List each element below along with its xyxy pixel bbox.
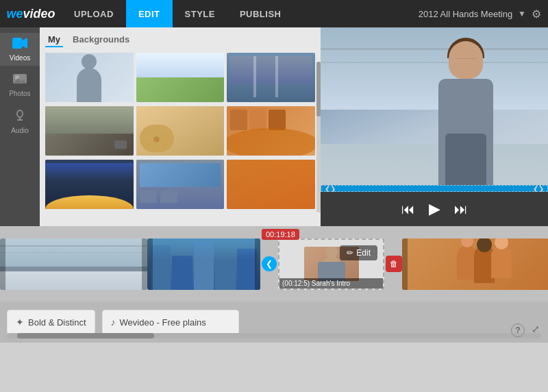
sidebar-item-audio[interactable]: Audio: [0, 104, 40, 138]
nav-publish[interactable]: PUBLISH: [227, 0, 294, 27]
media-thumb-2[interactable]: [136, 53, 225, 102]
playback-controls: ⏮ ▶ ⏭: [321, 192, 548, 226]
music-label: Wevideo - Free plains: [120, 317, 206, 328]
person-head: [449, 41, 483, 79]
person-suit: [445, 134, 486, 185]
fullscreen-button[interactable]: ⤢: [532, 323, 540, 337]
help-button[interactable]: ?: [511, 323, 525, 337]
style-tag-icon: ✦: [16, 317, 24, 328]
delete-icon: 🗑: [390, 259, 398, 269]
media-thumb-9[interactable]: [227, 160, 315, 209]
preview-person: [425, 34, 507, 185]
nav-left-icon: ❮: [266, 259, 273, 269]
timeline-clip-bridge[interactable]: [0, 238, 147, 290]
sidebar-item-videos[interactable]: Videos: [0, 33, 40, 66]
logo-text: wevideo: [6, 7, 55, 21]
filmstrip-left-4: [402, 238, 408, 290]
selection-indicator: ❮❯ ❮❯: [321, 185, 548, 192]
timeline-area: 00:19:18: [0, 226, 548, 302]
videos-icon: [12, 37, 27, 53]
bottom-bar: ✦ Bold & Distinct ♪ Wevideo - Free plain…: [0, 302, 548, 343]
media-panel: My Backgrounds: [40, 27, 321, 226]
media-thumb-3[interactable]: [227, 53, 315, 102]
filmstrip-right-2: [255, 238, 260, 290]
svg-point-3: [15, 75, 19, 79]
media-tabs: My Backgrounds: [45, 33, 315, 47]
timestamp-bubble: 00:19:18: [262, 229, 299, 240]
clip-label-sarah: (00:12:5) Sarah's Intro: [279, 278, 383, 289]
skip-back-button[interactable]: ⏮: [401, 202, 415, 216]
timeline-clip-people[interactable]: [402, 238, 548, 290]
svg-marker-1: [22, 38, 27, 49]
audio-label: Audio: [11, 127, 29, 134]
nav-upload[interactable]: UPLOAD: [62, 0, 126, 27]
main-area: Videos Photos Audio My Backgrounds: [0, 27, 548, 226]
photos-icon: [12, 73, 27, 88]
nav-style[interactable]: STYLE: [173, 0, 227, 27]
logo[interactable]: wevideo: [0, 0, 62, 27]
media-thumb-1[interactable]: [45, 53, 134, 102]
svg-point-5: [17, 110, 23, 117]
filmstrip-left-2: [147, 238, 153, 290]
photos-label: Photos: [9, 90, 30, 97]
bottom-right-icons: ? ⤢: [511, 323, 540, 337]
filmstrip-right-1: [142, 238, 147, 290]
pencil-icon: ✏: [347, 248, 353, 258]
timeline-clip-buildings[interactable]: [147, 238, 260, 290]
svg-rect-0: [12, 38, 22, 49]
video-preview: [321, 27, 548, 185]
edit-button[interactable]: ✏ Edit: [340, 245, 377, 260]
nav-items: UPLOAD EDIT STYLE PUBLISH: [62, 0, 293, 27]
nav-right-section: 2012 All Hands Meeting ▼ ⚙: [419, 8, 541, 21]
videos-label: Videos: [10, 54, 30, 62]
media-thumb-6[interactable]: [227, 106, 315, 156]
media-thumb-4[interactable]: [45, 106, 134, 156]
person-body: [438, 79, 493, 185]
media-thumb-5[interactable]: ●: [136, 106, 225, 156]
sidebar-item-photos[interactable]: Photos: [0, 69, 40, 101]
filmstrip-left-1: [0, 238, 5, 290]
timeline-clip-sarah[interactable]: ✏ Edit (00:12:5) Sarah's Intro 🗑: [278, 238, 384, 290]
preview-panel: ❮❯ ❮❯ ⏮ ▶ ⏭: [321, 27, 548, 226]
media-thumb-8[interactable]: [136, 160, 225, 209]
play-button[interactable]: ▶: [429, 201, 440, 217]
skip-forward-button[interactable]: ⏭: [454, 202, 468, 216]
settings-icon[interactable]: ⚙: [532, 8, 541, 21]
timeline-nav-left[interactable]: ❮: [262, 256, 277, 271]
tab-my[interactable]: My: [45, 33, 63, 47]
audio-icon: [14, 108, 26, 125]
timeline-scrollbar[interactable]: [7, 333, 541, 339]
left-sidebar: Videos Photos Audio: [0, 27, 40, 226]
tab-backgrounds[interactable]: Backgrounds: [70, 33, 132, 47]
media-thumb-7[interactable]: [45, 160, 134, 209]
style-label: Bold & Distinct: [28, 317, 86, 328]
music-tag[interactable]: ♪ Wevideo - Free plains: [102, 310, 239, 334]
media-grid: ●: [45, 53, 315, 210]
project-title: 2012 All Hands Meeting: [419, 9, 512, 19]
delete-button[interactable]: 🗑: [386, 256, 402, 272]
top-navigation: wevideo UPLOAD EDIT STYLE PUBLISH 2012 A…: [0, 0, 548, 27]
style-tag[interactable]: ✦ Bold & Distinct: [7, 310, 95, 334]
project-dropdown-icon[interactable]: ▼: [518, 9, 526, 19]
scrollbar-thumb[interactable]: [17, 333, 154, 339]
music-tag-icon: ♪: [111, 317, 116, 328]
edit-label: Edit: [356, 248, 371, 258]
nav-edit[interactable]: EDIT: [126, 0, 173, 27]
